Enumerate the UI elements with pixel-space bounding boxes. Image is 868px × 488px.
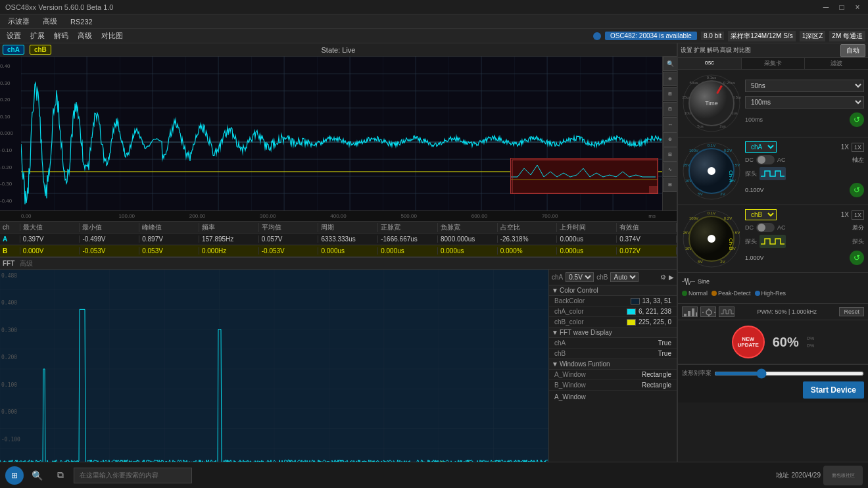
fft-cha-display-row: chA True	[549, 338, 677, 349]
svg-text:5V: 5V	[698, 260, 702, 264]
cha-coupling-toggle[interactable]	[756, 155, 775, 164]
cha-probe-icon	[760, 167, 786, 180]
high-res-btn[interactable]: High-Res	[755, 290, 786, 297]
cha-reset-btn[interactable]: ↺	[850, 183, 864, 197]
submenu-settings[interactable]: 设置	[3, 30, 25, 41]
cha-channel-select[interactable]: chA	[745, 141, 777, 153]
tab-osc[interactable]: osc	[678, 58, 742, 69]
timebase-select-2[interactable]: 100ms200ms500ms	[745, 96, 864, 109]
measure-button[interactable]: ⊞	[663, 87, 677, 101]
windows-function-header[interactable]: ▼ Windows Funtion	[549, 359, 677, 370]
osc-status-text: OSC482: 20034 is available	[605, 32, 697, 40]
b-window-val: Rectangle	[642, 381, 671, 389]
submenu-decode[interactable]: 解码	[50, 30, 72, 41]
cursor-button[interactable]: ⊟	[663, 102, 677, 116]
thumbnail-view	[510, 158, 658, 194]
normal-label: Normal	[688, 290, 708, 297]
horiz-expand-button[interactable]: ↔	[663, 117, 677, 132]
chb-probe-select[interactable]: 1X	[852, 210, 864, 220]
cha-probe-select[interactable]: 1X	[852, 143, 864, 152]
fft-wave-display-header[interactable]: ▼ FFT wave Display	[549, 328, 677, 338]
x-ruler: 0.00 100.00 200.00 300.00 400.00 500.00 …	[0, 211, 677, 222]
settings-scope-button[interactable]: ⊞	[663, 147, 677, 162]
menu-oscilloscope[interactable]: 示波器	[3, 15, 35, 28]
zoom-out-button[interactable]: ⊕	[663, 72, 677, 86]
wave-gen-row: 波形别率案	[682, 369, 864, 378]
rmenu-decode[interactable]: 解码	[707, 46, 719, 55]
mode-buttons-row: Normal Peak-Detect High-Res	[682, 290, 864, 297]
chb-coupling-toggle[interactable]	[756, 223, 775, 232]
fft-nav-icon[interactable]: ▶	[669, 274, 674, 281]
timebase-select-1[interactable]: 50ns100ns200ns500ns	[745, 80, 864, 92]
rmenu-settings[interactable]: 设置	[681, 46, 692, 55]
cha-controls: chA 1X 1X DC AC 轴左 探头	[745, 141, 864, 197]
fft-settings-icon[interactable]: ⚙	[660, 274, 666, 281]
trigger-button[interactable]: ⊕	[663, 132, 677, 147]
zoom-in-button[interactable]: 🔍	[663, 57, 677, 71]
cha-knob-container[interactable]: 0.1V 0.2V 0.5V 1V 2V 5V 10V 25V 100V	[682, 141, 741, 201]
svg-text:0.1us: 0.1us	[707, 76, 717, 80]
menu-rs232[interactable]: RS232	[65, 16, 98, 27]
status-dot	[593, 32, 601, 40]
submenu-highadvanced[interactable]: 高级	[74, 30, 96, 41]
svg-text:0.25us: 0.25us	[723, 81, 735, 85]
rmenu-extend[interactable]: 扩展	[694, 46, 706, 55]
wave-button[interactable]: ∿	[663, 162, 677, 177]
normal-mode-btn[interactable]: Normal	[682, 290, 708, 297]
percent-display: 60%	[773, 335, 799, 350]
svg-point-62	[708, 235, 715, 243]
auto-button[interactable]: 自动	[840, 44, 865, 57]
x-label-0: 0.00	[21, 213, 91, 219]
new-update-badge[interactable]: NEW UPDATE	[732, 326, 765, 358]
meas-a-min: -0.499V	[80, 235, 139, 243]
meas-b-min: -0.053V	[80, 247, 139, 255]
meas-a-posw: -1666.667us	[378, 235, 438, 243]
fft-chb-mode-select[interactable]: Auto	[610, 272, 639, 282]
svg-rect-67	[696, 312, 697, 316]
fft-canvas	[0, 270, 548, 480]
color-control-header[interactable]: ▼ Color Control	[549, 285, 677, 296]
start-menu-btn[interactable]: ⊞	[5, 466, 24, 485]
chb-color-swatch	[627, 319, 636, 326]
fft-cha-volt-select[interactable]: 0.5V	[566, 272, 594, 282]
minimize-button[interactable]: ─	[821, 3, 831, 12]
timebase-reset-btn[interactable]: ↺	[850, 112, 864, 127]
sub-menu-bar: 设置 扩展 解码 高级 对比图 OSC482: 20034 is availab…	[0, 29, 868, 43]
chb-channel-select[interactable]: chB	[745, 209, 777, 220]
restore-button[interactable]: □	[836, 3, 847, 12]
rmenu-compare[interactable]: 对比图	[733, 46, 751, 55]
cha-color-value: 6, 221, 238	[639, 308, 671, 315]
tab-filter[interactable]: 滤波	[805, 58, 868, 69]
scope-canvas[interactable]: 0.40 0.30 0.20 0.10 0.000 -0.10 -0.20 -0…	[0, 57, 677, 211]
backcolor-row: BackColor 13, 33, 51	[549, 296, 677, 306]
waveform-thumb-icon[interactable]	[719, 306, 735, 317]
start-device-button[interactable]: Start Device	[803, 381, 864, 399]
submenu-extend[interactable]: 扩展	[26, 30, 49, 41]
timebase-knob-container[interactable]: 0.1us 0.25us 0.5us 1us 2us 5us 10us 25us…	[682, 74, 741, 133]
bar-chart-icon[interactable]	[682, 306, 698, 317]
search-input[interactable]	[74, 468, 192, 483]
chb-reset-btn[interactable]: ↺	[850, 251, 864, 265]
search-btn[interactable]: 🔍	[26, 465, 47, 486]
fft-sidebar: chA 0.5V chB Auto ⚙ ▶ ▼ Col	[548, 270, 677, 480]
chb-knob-container[interactable]: 0.1V 0.2V 0.5V 1V 2V 5V 10V 25V 100V	[682, 209, 741, 268]
tab-capture[interactable]: 采集卡	[742, 58, 806, 69]
right-panel: 设置 扩展 解码 高级 对比图 自动 osc 采集卡 滤波 0.1us	[677, 43, 868, 488]
submenu-compare[interactable]: 对比图	[97, 30, 127, 41]
chb-voltage: 1.000V	[745, 255, 764, 261]
settings-gear-icon[interactable]	[700, 306, 716, 317]
wave-gen-slider[interactable]	[714, 372, 864, 376]
chb-top-row: chB 1X 1X	[745, 209, 864, 220]
ch-a-label: chA	[3, 45, 24, 55]
x-unit: ms	[585, 213, 656, 219]
reset-button[interactable]: Reset	[839, 307, 864, 316]
taskview-btn[interactable]: ⧉	[50, 465, 71, 486]
bit-info: 8.0 bit	[701, 32, 724, 40]
peak-detect-btn[interactable]: Peak-Detect	[711, 290, 751, 297]
extra-button[interactable]: ⊞	[663, 178, 677, 192]
chb-probe-row: 探头 探头	[745, 235, 864, 248]
fft-canvas-area[interactable]: chA_DC: 0.380V chB_DC: -0.002V chA_Frequ…	[0, 270, 548, 480]
menu-advanced[interactable]: 高级	[37, 15, 62, 28]
rmenu-advanced[interactable]: 高级	[720, 46, 732, 55]
close-button[interactable]: ×	[852, 3, 863, 12]
